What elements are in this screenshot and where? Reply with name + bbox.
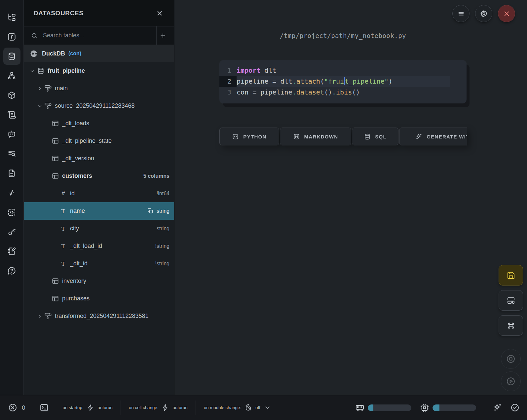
runconfig-on-module-change-button[interactable]: on module change:off [204,404,271,411]
add-markdown-cell-button[interactable]: MARKDOWN [280,128,351,145]
tree-row-id[interactable]: #id!int64 [24,185,174,202]
tree-label: customers [62,172,92,179]
tree-row-transformed_202504291112283581[interactable]: transformed_202504291112283581 [24,307,174,325]
rail-notebook-pen-button[interactable] [3,243,20,260]
tree-row-source_202504291112283468[interactable]: source_202504291112283468 [24,97,174,115]
tree-row-customers[interactable]: customers5 columns [24,167,174,185]
runconfig-value: autorun [98,405,113,410]
duckdb-logo-icon [30,49,39,58]
run-button[interactable] [501,371,521,391]
rail-datasources-button[interactable] [3,48,20,65]
circle-x-icon [8,403,18,412]
rail-secrets-button[interactable] [3,223,20,240]
x-icon [503,10,511,18]
text-type-icon: T [59,208,67,214]
connection-row-duckdb[interactable]: DuckDB (con) [24,45,174,62]
rail-ai-chat-button[interactable] [3,126,20,143]
sparkles-icon [415,133,422,140]
chevron-right-icon [36,85,43,92]
commands-button[interactable] [499,315,523,336]
command-icon [507,321,515,330]
tree-row-_dlt_load_id[interactable]: T_dlt_load_id!string [24,237,174,255]
tree-label: _dlt_version [62,155,94,162]
rail-snippets-button[interactable] [3,204,20,221]
save-icon [507,271,515,280]
scroll-text-icon [7,110,16,119]
terminal-button[interactable] [39,403,49,412]
code-line-1[interactable]: 1import dlt [219,65,467,76]
add-python-cell-button[interactable]: PYTHON [219,128,279,145]
tree-row-_dlt_loads[interactable]: _dlt_loads [24,115,174,132]
code-cell[interactable]: 1import dlt2pipeline = dlt.attach("fruit… [219,60,467,103]
zap-icon [87,404,94,411]
rail-file-explorer-button[interactable] [3,9,20,26]
panel-close-button[interactable] [156,9,164,17]
tree-row-inventory[interactable]: inventory [24,272,174,290]
datasources-panel: DATASOURCES DuckDB (con) fruit_pipelinem… [24,0,174,395]
rail-scratchpad-scroll-button[interactable] [3,106,20,123]
tree-label: inventory [62,278,86,285]
tree-row-city[interactable]: Tcitystring [24,220,174,237]
runconfig-on-cell-change-button[interactable]: on cell change:autorun [129,404,188,411]
markdown-square-icon [293,133,300,140]
schema-icon [44,312,52,320]
text-type-icon: T [59,225,67,232]
connection-alias: (con) [68,51,81,57]
shutdown-button[interactable] [498,5,515,22]
ram-meter[interactable] [368,404,411,411]
help-bubble-icon [7,266,16,275]
timer-off-icon [245,404,252,411]
chevron-down-icon [36,103,43,109]
rail-tracing-button[interactable] [3,184,20,201]
code-line-3[interactable]: 3con = pipeline.dataset().ibis() [219,87,467,98]
table-icon [52,277,59,285]
numeric-type-icon: # [59,190,67,197]
rail-logs-button[interactable] [3,145,20,162]
tree-meta: string [147,208,169,214]
database-icon [7,52,16,61]
text-type-icon: T [59,243,67,249]
search-tables-input[interactable] [43,32,156,39]
table-icon [52,172,59,180]
rail-documentation-button[interactable] [3,165,20,182]
rail-dependencies-button[interactable] [3,67,20,84]
tree-row-fruit_pipeline[interactable]: fruit_pipeline [24,62,174,80]
tree-row-name[interactable]: Tnamestring [24,202,174,220]
errors-button[interactable] [8,403,18,412]
tree-row-main[interactable]: main [24,80,174,97]
rail-help-button[interactable] [3,262,20,279]
terminal-icon [39,403,49,412]
tree-label: _dlt_id [70,260,88,267]
database-icon [364,133,371,140]
cpu-meter[interactable] [433,404,476,411]
tree-row-_dlt_pipeline_state[interactable]: _dlt_pipeline_state [24,132,174,150]
tree-label: source_202504291112283468 [55,102,135,109]
add-cell-row: PYTHONMARKDOWNSQLGENERATE WIT [219,128,467,146]
code-line-2[interactable]: 2pipeline = dlt.attach("fruit_pipeline") [219,76,450,87]
menu-button[interactable] [452,5,470,22]
settings-button[interactable] [475,5,492,22]
ai-assist-button[interactable] [493,403,502,412]
menu-icon [457,10,465,18]
error-count: 0 [22,404,25,411]
tree-label: purchases [62,295,90,302]
runconfig-on-startup-button[interactable]: on startup:autorun [63,404,113,411]
add-datasource-button[interactable] [156,26,174,45]
tree-row-_dlt_id[interactable]: T_dlt_id!string [24,255,174,272]
rail-packages-button[interactable] [3,87,20,104]
runconfig-label: on startup: [63,405,84,410]
save-button[interactable] [499,265,523,286]
rail-variables-button[interactable] [3,28,20,45]
generate-with-ai-button[interactable]: GENERATE WIT [399,128,467,145]
tree-meta: !string [155,261,169,267]
key-icon [7,227,16,236]
tree-label: _dlt_loads [62,120,89,127]
activity-icon [7,188,16,197]
stop-button[interactable] [501,349,521,369]
tree-row-_dlt_version[interactable]: _dlt_version [24,150,174,167]
layout-button[interactable] [499,290,523,311]
add-sql-cell-button[interactable]: SQL [352,128,398,145]
tree-row-purchases[interactable]: purchases [24,290,174,307]
tree-label: city [70,225,79,232]
kernel-status-button[interactable] [510,403,520,412]
